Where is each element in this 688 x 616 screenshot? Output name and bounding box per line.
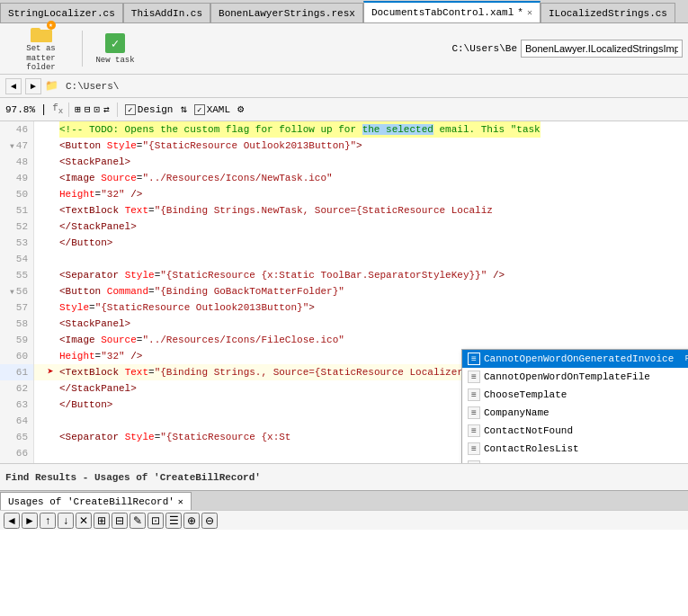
code-text-49: <Image Source="../Resources/Icons/NewTas…	[59, 170, 333, 186]
expand-icon-56[interactable]: ▼	[10, 288, 14, 296]
code-text-65: <Separator Style="{StaticResource {x:St	[59, 429, 290, 445]
zoom-value: 97.8%	[5, 104, 35, 115]
code-line-59: <Image Source="../Resources/Icons/FileCl…	[34, 332, 688, 348]
grid-icon: ⊞	[75, 103, 81, 115]
tab-bonenlawyerstrings[interactable]: BonenLawyerStrings.resx	[210, 3, 363, 22]
line-num-61: 61	[0, 364, 33, 380]
toolbar-section-left: ★ Set as matter folder ✓ New task	[5, 27, 142, 70]
settings-icon: ⚙	[237, 103, 244, 116]
autocomplete-label-5: ContactRolesList	[484, 443, 579, 454]
autocomplete-icon-2: ≡	[468, 388, 480, 401]
bt-btn-2[interactable]: ↑	[40, 513, 56, 529]
autocomplete-item-0[interactable]: ≡ CannotOpenWordOnGeneratedInvoice Pro	[462, 350, 688, 368]
arrow-icon: ⇄	[103, 103, 110, 115]
autocomplete-icon-5: ≡	[468, 442, 480, 455]
bottom-toolbar: ◄ ► ↑ ↓ ✕ ⊞ ⊟ ✎ ⊡ ☰ ⊕ ⊖	[0, 510, 688, 530]
line-num-51: 51	[0, 202, 33, 219]
code-line-55: <Separator Style="{StaticResource {x:Sta…	[34, 267, 688, 283]
code-line-49: <Image Source="../Resources/Icons/NewTas…	[34, 170, 688, 186]
bt-btn-8[interactable]: ⊡	[147, 513, 164, 529]
design-bar: 97.8% | fx ⊞ ⊟ ⊡ ⇄ ✓ Design ⇅ ✓ XAML ⚙	[0, 98, 688, 121]
line-num-62: 62	[0, 380, 33, 397]
line-num-65: 65	[0, 429, 33, 445]
autocomplete-item-3[interactable]: ≡ CompanyName	[462, 404, 688, 422]
autocomplete-dropdown: ≡ CannotOpenWordOnGeneratedInvoice Pro ≡…	[461, 349, 688, 463]
code-text-56: <Button Command="{Binding GoBackToMatter…	[59, 283, 344, 299]
autocomplete-label-3: CompanyName	[484, 407, 550, 418]
line-num-52: 52	[0, 219, 33, 235]
tab-documentstabcontrol[interactable]: DocumentsTabControl.xaml * ✕	[363, 1, 541, 22]
code-text-53: </Button>	[59, 235, 112, 251]
path-prefix: C:\Users\Be	[451, 43, 517, 54]
expand-icon-47[interactable]: ▼	[10, 142, 14, 150]
bt-btn-9[interactable]: ☰	[165, 513, 182, 529]
nav-back-button[interactable]: ◄	[5, 78, 22, 94]
autocomplete-item-1[interactable]: ≡ CannotOpenWordOnTemplateFile	[462, 368, 688, 386]
nav-icon: 📁	[45, 79, 58, 93]
bt-btn-10[interactable]: ⊕	[183, 513, 200, 529]
bt-btn-4[interactable]: ✕	[76, 513, 92, 529]
bt-btn-11[interactable]: ⊖	[201, 513, 218, 529]
tab-ilocalizedstrings[interactable]: ILocalizedStrings.cs	[541, 3, 675, 22]
code-line-56: <Button Command="{Binding GoBackToMatter…	[34, 283, 688, 299]
code-line-54	[34, 251, 688, 267]
toolbar: ★ Set as matter folder ✓ New task C:\Use…	[0, 23, 688, 75]
code-text-52: </StackPanel>	[59, 219, 137, 235]
design-view-toggle[interactable]: ✓ Design	[125, 104, 174, 115]
autocomplete-icon-0: ≡	[468, 353, 480, 365]
tab-label: ThisAddIn.cs	[131, 8, 202, 19]
line-num-63: 63	[0, 397, 33, 413]
autocomplete-item-5[interactable]: ≡ ContactRolesList	[462, 440, 688, 458]
code-line-58: <StackPanel>	[34, 316, 688, 332]
tab-label: ILocalizedStrings.cs	[549, 8, 667, 19]
tab-bar: StringLocalizer.cs ThisAddIn.cs BonenLaw…	[0, 0, 688, 23]
code-text-57: Style="{StaticResource Outlook2013Button…	[59, 299, 315, 316]
design-checkbox: ✓	[125, 104, 136, 115]
code-text-58: <StackPanel>	[59, 316, 130, 332]
autocomplete-item-2[interactable]: ≡ ChooseTemplate	[462, 386, 688, 404]
bt-btn-0[interactable]: ◄	[4, 513, 20, 529]
nav-forward-button[interactable]: ►	[25, 78, 41, 94]
usages-tab-close[interactable]: ✕	[178, 496, 183, 507]
code-text-55: <Separator Style="{StaticResource {x:Sta…	[59, 267, 505, 283]
line-num-47: ▼ 47	[0, 138, 33, 154]
code-text-60: Height="32" />	[59, 348, 142, 364]
bt-btn-7[interactable]: ✎	[130, 513, 146, 529]
line-num-66: 66	[0, 445, 33, 461]
set-matter-folder-button[interactable]: ★ Set as matter folder	[5, 27, 76, 70]
bt-btn-5[interactable]: ⊞	[94, 513, 110, 529]
vert-sep2	[117, 103, 118, 117]
code-line-53: </Button>	[34, 235, 688, 251]
new-task-label: New task	[95, 56, 134, 65]
line-num-64: 64	[0, 413, 33, 429]
line-num-60: 60	[0, 348, 33, 364]
code-line-50: Height="32" />	[34, 186, 688, 202]
tab-label: BonenLawyerStrings.resx	[219, 8, 355, 19]
bt-btn-3[interactable]: ↓	[58, 513, 74, 529]
tab-stringlocalizer[interactable]: StringLocalizer.cs	[0, 3, 123, 22]
line-num-57: 57	[0, 299, 33, 316]
tab-thisaddin[interactable]: ThisAddIn.cs	[123, 3, 210, 22]
autocomplete-item-6[interactable]: ≡ Contacts	[462, 458, 688, 463]
xaml-view-toggle[interactable]: ✓ XAML	[194, 104, 230, 115]
vert-sep	[68, 103, 69, 117]
code-line-46: <!-- TODO: Opens the custom flag for fol…	[34, 121, 688, 138]
code-text-46: <!-- TODO: Opens the custom flag for fol…	[59, 121, 541, 138]
new-task-button[interactable]: ✓ New task	[88, 27, 142, 70]
bt-btn-6[interactable]: ⊟	[112, 513, 128, 529]
autocomplete-list: ≡ CannotOpenWordOnGeneratedInvoice Pro ≡…	[462, 350, 688, 463]
path-input[interactable]	[521, 40, 683, 58]
usages-tab-bar: Usages of 'CreateBillRecord' ✕	[0, 490, 688, 510]
autocomplete-label-6: Contacts	[484, 461, 532, 463]
editor-area: 46 ▼ 47 48 49 50 51 52 53 54 55 ▼	[0, 121, 688, 463]
autocomplete-icon-1: ≡	[468, 370, 480, 383]
code-line-52: </StackPanel>	[34, 219, 688, 235]
code-text-59: <Image Source="../Resources/Icons/FileCl…	[59, 332, 344, 348]
line-num-55: 55	[0, 267, 33, 283]
autocomplete-item-4[interactable]: ≡ ContactNotFound	[462, 422, 688, 440]
grid-icon2: ⊟	[85, 103, 91, 115]
code-content[interactable]: <!-- TODO: Opens the custom flag for fol…	[34, 121, 688, 463]
bt-btn-1[interactable]: ►	[22, 513, 38, 529]
tab-close-button[interactable]: ✕	[527, 7, 532, 18]
usages-tab[interactable]: Usages of 'CreateBillRecord' ✕	[0, 492, 192, 510]
